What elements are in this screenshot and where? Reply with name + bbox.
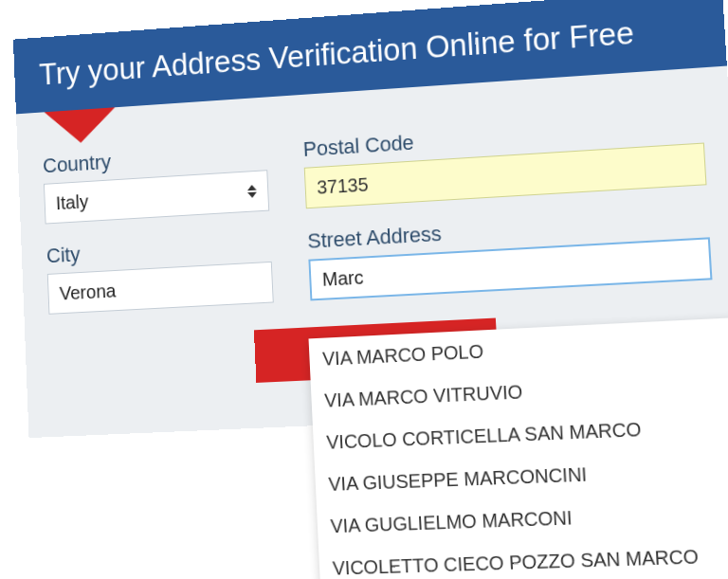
street-field: Street Address Marc [307, 207, 713, 301]
country-select[interactable]: Italy [44, 170, 269, 224]
postal-value: 37135 [317, 173, 369, 198]
postal-field: Postal Code 37135 [302, 112, 706, 208]
city-field: City Verona [46, 231, 274, 315]
chevron-updown-icon [246, 185, 259, 199]
city-value: Verona [59, 280, 116, 304]
ribbon-icon [45, 107, 117, 145]
country-field: Country Italy [43, 140, 270, 225]
autocomplete-street: VIA MARCO VITRUVIO [324, 381, 523, 412]
street-value: Marc [321, 266, 363, 290]
autocomplete-street: VIA MARCO POLO [322, 340, 484, 370]
city-input[interactable]: Verona [47, 262, 274, 315]
form-panel: Country Italy Postal Code 37135 City Ver… [16, 66, 728, 439]
autocomplete-street: VICOLO CORTICELLA SAN MARCO [326, 418, 642, 453]
autocomplete-street: VICOLETTO CIECO POZZO SAN MARCO [332, 545, 699, 579]
autocomplete-street: VIA GIUSEPPE MARCONCINI [328, 463, 588, 496]
autocomplete-street: VIA GUGLIELMO MARCONI [330, 506, 573, 536]
street-autocomplete: VIA MARCO POLO37138VIA MARCO VITRUVIO371… [309, 315, 728, 579]
country-value: Italy [55, 190, 88, 213]
